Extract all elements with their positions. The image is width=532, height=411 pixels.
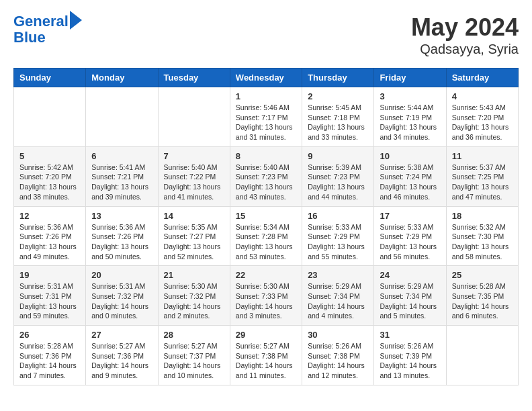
day-info: Sunrise: 5:26 AMSunset: 7:38 PMDaylight:… [308,341,368,381]
day-info: Sunrise: 5:42 AMSunset: 7:20 PMDaylight:… [19,163,80,202]
day-number: 14 [164,211,224,221]
weekday-header-thursday: Thursday [302,68,374,87]
calendar-cell: 7Sunrise: 5:40 AMSunset: 7:22 PMDaylight… [158,146,230,206]
calendar-cell: 5Sunrise: 5:42 AMSunset: 7:20 PMDaylight… [14,146,86,206]
day-number: 27 [91,330,152,340]
day-number: 3 [380,91,440,101]
day-info: Sunrise: 5:43 AMSunset: 7:20 PMDaylight:… [452,103,513,142]
calendar-cell: 29Sunrise: 5:27 AMSunset: 7:38 PMDayligh… [230,326,302,385]
calendar-cell: 11Sunrise: 5:37 AMSunset: 7:25 PMDayligh… [446,146,518,206]
calendar-cell: 30Sunrise: 5:26 AMSunset: 7:38 PMDayligh… [302,326,374,385]
day-number: 21 [164,270,224,280]
day-number: 15 [236,211,296,221]
day-info: Sunrise: 5:29 AMSunset: 7:34 PMDaylight:… [308,281,368,321]
day-number: 4 [452,91,513,101]
calendar-cell: 22Sunrise: 5:30 AMSunset: 7:33 PMDayligh… [230,266,302,326]
calendar-cell: 21Sunrise: 5:30 AMSunset: 7:32 PMDayligh… [158,266,230,326]
calendar-cell: 27Sunrise: 5:27 AMSunset: 7:36 PMDayligh… [86,326,158,385]
calendar-cell: 20Sunrise: 5:31 AMSunset: 7:32 PMDayligh… [86,266,158,326]
day-info: Sunrise: 5:26 AMSunset: 7:39 PMDaylight:… [380,341,440,381]
weekday-header-friday: Friday [374,68,446,87]
day-info: Sunrise: 5:28 AMSunset: 7:36 PMDaylight:… [19,341,80,381]
calendar-table: SundayMondayTuesdayWednesdayThursdayFrid… [13,68,519,385]
calendar-cell: 19Sunrise: 5:31 AMSunset: 7:31 PMDayligh… [14,266,86,326]
day-info: Sunrise: 5:35 AMSunset: 7:27 PMDaylight:… [164,222,224,262]
day-number: 12 [19,211,80,221]
day-number: 30 [308,330,368,340]
day-number: 17 [380,211,440,221]
day-info: Sunrise: 5:36 AMSunset: 7:26 PMDaylight:… [91,222,152,262]
calendar-cell: 28Sunrise: 5:27 AMSunset: 7:37 PMDayligh… [158,326,230,385]
calendar-cell: 2Sunrise: 5:45 AMSunset: 7:18 PMDaylight… [302,87,374,147]
day-info: Sunrise: 5:41 AMSunset: 7:21 PMDaylight:… [91,163,152,202]
day-info: Sunrise: 5:44 AMSunset: 7:19 PMDaylight:… [380,103,440,142]
day-info: Sunrise: 5:29 AMSunset: 7:34 PMDaylight:… [380,281,440,321]
day-number: 2 [308,91,368,101]
day-info: Sunrise: 5:28 AMSunset: 7:35 PMDaylight:… [452,281,513,321]
day-number: 20 [91,270,152,280]
day-info: Sunrise: 5:33 AMSunset: 7:29 PMDaylight:… [380,222,440,262]
calendar-cell [86,87,158,147]
day-number: 13 [91,211,152,221]
day-info: Sunrise: 5:30 AMSunset: 7:32 PMDaylight:… [164,281,224,321]
day-number: 25 [452,270,513,280]
calendar-cell: 12Sunrise: 5:36 AMSunset: 7:26 PMDayligh… [14,206,86,266]
day-number: 31 [380,330,440,340]
calendar-title: May 2024 [411,13,519,42]
day-number: 8 [236,151,296,161]
day-info: Sunrise: 5:39 AMSunset: 7:23 PMDaylight:… [308,163,368,202]
day-info: Sunrise: 5:30 AMSunset: 7:33 PMDaylight:… [236,281,296,321]
day-number: 11 [452,151,513,161]
calendar-cell: 13Sunrise: 5:36 AMSunset: 7:26 PMDayligh… [86,206,158,266]
calendar-cell: 31Sunrise: 5:26 AMSunset: 7:39 PMDayligh… [374,326,446,385]
page-header: General Blue May 2024 Qadsayya, Syria [13,13,519,57]
day-number: 10 [380,151,440,161]
day-info: Sunrise: 5:33 AMSunset: 7:29 PMDaylight:… [308,222,368,262]
calendar-cell: 23Sunrise: 5:29 AMSunset: 7:34 PMDayligh… [302,266,374,326]
day-info: Sunrise: 5:46 AMSunset: 7:17 PMDaylight:… [236,103,296,142]
calendar-week-row: 26Sunrise: 5:28 AMSunset: 7:36 PMDayligh… [14,326,519,385]
day-info: Sunrise: 5:40 AMSunset: 7:22 PMDaylight:… [164,163,224,202]
calendar-cell [446,326,518,385]
day-info: Sunrise: 5:36 AMSunset: 7:26 PMDaylight:… [19,222,80,262]
day-number: 16 [308,211,368,221]
calendar-week-row: 19Sunrise: 5:31 AMSunset: 7:31 PMDayligh… [14,266,519,326]
day-info: Sunrise: 5:32 AMSunset: 7:30 PMDaylight:… [452,222,513,262]
day-number: 26 [19,330,80,340]
calendar-week-row: 1Sunrise: 5:46 AMSunset: 7:17 PMDaylight… [14,87,519,147]
day-number: 1 [236,91,296,101]
day-number: 24 [380,270,440,280]
day-info: Sunrise: 5:34 AMSunset: 7:28 PMDaylight:… [236,222,296,262]
calendar-cell: 16Sunrise: 5:33 AMSunset: 7:29 PMDayligh… [302,206,374,266]
calendar-subtitle: Qadsayya, Syria [411,42,519,57]
day-info: Sunrise: 5:40 AMSunset: 7:23 PMDaylight:… [236,163,296,202]
calendar-cell [14,87,86,147]
logo-blue-text: Blue [13,30,46,46]
day-number: 18 [452,211,513,221]
calendar-cell: 4Sunrise: 5:43 AMSunset: 7:20 PMDaylight… [446,87,518,147]
weekday-header-monday: Monday [86,68,158,87]
day-info: Sunrise: 5:27 AMSunset: 7:36 PMDaylight:… [91,341,152,381]
day-number: 9 [308,151,368,161]
calendar-week-row: 5Sunrise: 5:42 AMSunset: 7:20 PMDaylight… [14,146,519,206]
day-number: 6 [91,151,152,161]
calendar-cell: 15Sunrise: 5:34 AMSunset: 7:28 PMDayligh… [230,206,302,266]
calendar-cell: 1Sunrise: 5:46 AMSunset: 7:17 PMDaylight… [230,87,302,147]
calendar-week-row: 12Sunrise: 5:36 AMSunset: 7:26 PMDayligh… [14,206,519,266]
calendar-cell: 9Sunrise: 5:39 AMSunset: 7:23 PMDaylight… [302,146,374,206]
day-number: 23 [308,270,368,280]
day-info: Sunrise: 5:38 AMSunset: 7:24 PMDaylight:… [380,163,440,202]
weekday-header-tuesday: Tuesday [158,68,230,87]
day-number: 29 [236,330,296,340]
weekday-header-sunday: Sunday [14,68,86,87]
day-number: 5 [19,151,80,161]
logo-arrow-icon [70,11,82,30]
logo: General Blue [13,13,82,46]
calendar-cell: 26Sunrise: 5:28 AMSunset: 7:36 PMDayligh… [14,326,86,385]
calendar-cell: 6Sunrise: 5:41 AMSunset: 7:21 PMDaylight… [86,146,158,206]
calendar-cell [158,87,230,147]
calendar-cell: 8Sunrise: 5:40 AMSunset: 7:23 PMDaylight… [230,146,302,206]
day-info: Sunrise: 5:31 AMSunset: 7:31 PMDaylight:… [19,281,80,321]
title-block: May 2024 Qadsayya, Syria [411,13,519,57]
calendar-cell: 3Sunrise: 5:44 AMSunset: 7:19 PMDaylight… [374,87,446,147]
